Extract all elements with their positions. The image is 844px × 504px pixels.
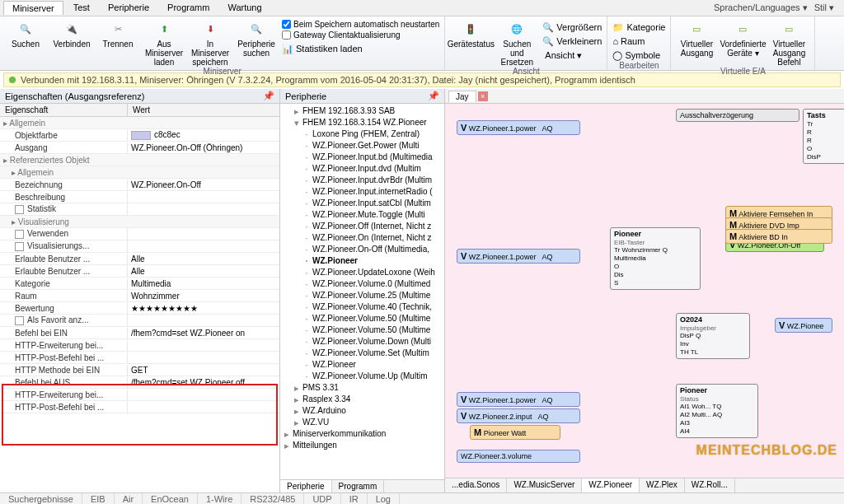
tree-node[interactable]: ·WZ.Pioneer.Input.dvrBdr (Multim [280, 175, 444, 186]
tree-node[interactable]: ·WZ.Pioneer.Input.satCbl (Multim [280, 198, 444, 209]
tree-node[interactable]: ·WZ.Pioneer.Mute.Toggle (Multi [280, 209, 444, 221]
page-tab[interactable]: WZ.Plex [640, 478, 685, 492]
tree-node[interactable]: ·WZ.Pioneer.UpdateLoxone (Weih [280, 267, 444, 278]
expand-icon[interactable]: ▸ [284, 440, 290, 451]
expand-icon[interactable]: · [303, 221, 310, 232]
expand-icon[interactable]: ▸ [293, 394, 300, 405]
property-row[interactable]: Bewertung★★★★★★★★★ [0, 302, 279, 315]
node-activate-2[interactable]: M Aktiviere BD In [725, 229, 832, 244]
property-row[interactable]: Erlaubte Benutzer ...Alle [0, 253, 279, 265]
tree-node[interactable]: ·WZ.Pioneer.Volume.40 (Technik, [280, 301, 444, 313]
expand-icon[interactable]: ▸ [293, 382, 300, 394]
trennen-button[interactable]: ✂Trennen [97, 18, 138, 49]
tree-node[interactable]: ·WZ.Pioneer.Volume.0 (Multimed [280, 278, 444, 290]
tree-tab[interactable]: Peripherie [280, 480, 332, 492]
tree-node[interactable]: ·WZ.Pioneer.Input.internetRadio ( [280, 186, 444, 198]
style-menu[interactable]: Stil ▾ [814, 2, 834, 13]
property-row[interactable]: RaumWohnzimmer [0, 290, 279, 302]
expand-icon[interactable]: · [303, 290, 310, 301]
peripherie-suchen-button[interactable]: 🔍Peripheriesuchen [236, 18, 277, 58]
property-row[interactable]: KategorieMultimedia [0, 278, 279, 290]
page-tab[interactable]: WZ.Roll... [685, 478, 735, 492]
expand-icon[interactable]: · [303, 278, 310, 290]
canvas-tab[interactable]: Jay [448, 91, 476, 102]
geraetestatus-button[interactable]: 🚦Gerätestatus [450, 18, 491, 49]
property-row[interactable]: Als Favorit anz... [0, 315, 279, 327]
page-tab[interactable]: WZ.Pioneer [582, 478, 640, 492]
node-side[interactable]: TastsTrRRODisP [803, 109, 844, 164]
expand-icon[interactable]: · [303, 175, 310, 186]
verbinden-button[interactable]: 🔌Verbinden [51, 18, 92, 49]
tree-node[interactable]: ▸Miniserverkommunikation [280, 428, 444, 440]
property-group[interactable]: ▸ Allgemein [0, 166, 279, 179]
virt-ausgang-button[interactable]: ▭VirtuellerAusgang [676, 18, 717, 58]
footer-tab[interactable]: RS232/485 [241, 493, 304, 504]
property-row[interactable]: HTTP-Post-Befehl bei ... [0, 352, 279, 364]
tree-node[interactable]: ·WZ.Pioneer.Volume.50 (Multime [280, 324, 444, 336]
footer-tab[interactable]: UDP [304, 493, 340, 504]
menu-tab-wartung[interactable]: Wartung [219, 1, 270, 15]
node-input[interactable]: V WZ.Pioneer.2.input AQ [457, 408, 580, 423]
tree-node[interactable]: ·WZ.Pioneer.Volume.25 (Multime [280, 290, 444, 301]
expand-icon[interactable]: ▸ [284, 428, 290, 440]
expand-icon[interactable]: ▸ [293, 417, 300, 428]
tree-node[interactable]: ·WZ.Pioneer.Off (Internet, Nicht z [280, 221, 444, 232]
property-row[interactable]: HTTP Methode bei EINGET [0, 364, 279, 376]
tree-tab[interactable]: Programm [332, 480, 385, 492]
property-row[interactable]: Visualisierungs... [0, 240, 279, 253]
menu-tab-test[interactable]: Test [65, 1, 98, 15]
expand-icon[interactable]: · [303, 359, 310, 371]
expand-icon[interactable]: · [303, 267, 310, 278]
node-power-3[interactable]: V WZ.Pioneer.1.power AQ [457, 392, 580, 407]
footer-tab[interactable]: 1-Wire [198, 493, 241, 504]
aus-miniserver-laden-button[interactable]: ⬆Aus Miniserverladen [143, 18, 185, 67]
expand-icon[interactable]: ▸ [293, 105, 300, 117]
tree-node[interactable]: ▸PMS 3.31 [280, 382, 444, 394]
property-row[interactable]: Befehl bei AUS/fhem?cmd=set WZ.Pioneer o… [0, 376, 279, 389]
ribbon-side-item[interactable]: Ansicht ▾ [542, 48, 602, 61]
tree-node[interactable]: ▸WZ.VU [280, 417, 444, 428]
node-power-1[interactable]: V WZ.Pioneer.1.power AQ [457, 120, 580, 135]
tree-node[interactable]: ·WZ.Pioneer.Get.Power (Multi [280, 140, 444, 152]
ribbon-side-item[interactable]: ⌂ Raum [612, 34, 665, 47]
footer-tab[interactable]: Air [115, 493, 143, 504]
in-miniserver-speichern-button[interactable]: ⬇In Miniserverspeichern [190, 18, 231, 67]
expand-icon[interactable]: ▸ [293, 405, 300, 417]
ribbon-side-item[interactable]: 🔍 Vergrößern [542, 20, 602, 33]
node-ausschalt[interactable]: Ausschaltverzögerung [676, 109, 799, 122]
vordef-geraete-button[interactable]: ▭VordefinierteGeräte ▾ [722, 18, 763, 58]
ribbon-checkbox[interactable]: Gateway Clientaktualisierung [282, 30, 439, 40]
menu-tab-programm[interactable]: Programm [159, 1, 218, 15]
node-power-2[interactable]: V WZ.Pioneer.1.power AQ [457, 249, 580, 264]
expand-icon[interactable]: · [303, 232, 310, 244]
property-group[interactable]: ▸ Referenziertes Objekt [0, 154, 279, 166]
tree-node[interactable]: ▸WZ.Arduino [280, 405, 444, 417]
lang-menu[interactable]: Sprachen/Languages ▾ [714, 2, 808, 13]
close-icon[interactable]: × [478, 91, 488, 101]
expand-icon[interactable]: · [303, 301, 310, 313]
property-row[interactable]: HTTP-Erweiterung bei... [0, 389, 279, 401]
property-row[interactable]: Beschreibung [0, 191, 279, 203]
property-row[interactable]: HTTP-Post-Befehl bei ... [0, 401, 279, 413]
statistiken-laden-button[interactable]: 📊 Statistiken laden [282, 41, 439, 54]
tree-node[interactable]: ·WZ.Pioneer.Volume.50 (Multime [280, 313, 444, 324]
property-group[interactable]: ▸ Allgemein [0, 117, 279, 129]
property-group[interactable]: ▸ Visualisierung [0, 216, 279, 228]
program-canvas[interactable]: MEINTECHBLOG.DE AusschaltverzögerungV WZ… [445, 104, 844, 478]
expand-icon[interactable]: · [303, 324, 310, 336]
footer-tab[interactable]: Suchergebnisse [0, 493, 82, 504]
suchen-button[interactable]: 🔍Suchen [5, 18, 46, 49]
tree-node[interactable]: ▸Rasplex 3.34 [280, 394, 444, 405]
node-watt[interactable]: M Pioneer Watt [470, 425, 560, 440]
expand-icon[interactable]: · [303, 371, 310, 382]
tree-node[interactable]: ▸Mitteilungen [280, 440, 444, 451]
footer-tab[interactable]: EIB [82, 493, 115, 504]
property-row[interactable]: BezeichnungWZ.Pioneer.On-Off [0, 179, 279, 191]
tree-node[interactable]: ·WZ.Pioneer.Volume.Down (Multi [280, 336, 444, 348]
expand-icon[interactable]: · [303, 128, 310, 140]
footer-tab[interactable]: Log [368, 493, 400, 504]
node-status[interactable]: PioneerStatusAI1 Woh... TQAI2 Multi... A… [676, 384, 758, 438]
ribbon-checkbox[interactable]: Beim Speichern automatisch neustarten [282, 20, 439, 29]
node-volume[interactable]: WZ.Pioneer.3.volume [457, 450, 580, 463]
virt-ausgang-befehl-button[interactable]: ▭VirtuellerAusgang Befehl [768, 18, 809, 67]
